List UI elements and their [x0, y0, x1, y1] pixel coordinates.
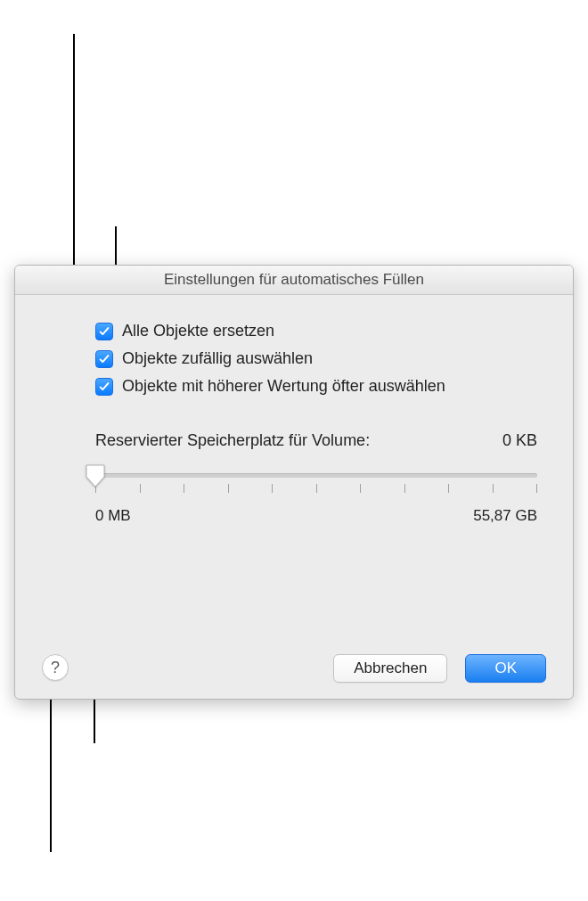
- ok-button[interactable]: OK: [465, 654, 546, 683]
- slider-track: [95, 473, 537, 478]
- reserved-space-value: 0 KB: [502, 431, 537, 450]
- checkbox-label: Objekte mit höherer Wertung öfter auswäh…: [122, 377, 445, 396]
- slider-ticks: [95, 484, 537, 493]
- checkbox-label: Objekte zufällig auswählen: [122, 349, 313, 368]
- checkbox-row-higher-rating[interactable]: Objekte mit höherer Wertung öfter auswäh…: [95, 377, 537, 396]
- slider-range-labels: 0 MB 55,87 GB: [95, 507, 537, 525]
- checkbox-icon: [95, 378, 113, 396]
- checkbox-icon: [95, 323, 113, 340]
- dialog-content: Alle Objekte ersetzen Objekte zufällig a…: [15, 295, 573, 543]
- checkbox-row-random-select[interactable]: Objekte zufällig auswählen: [95, 349, 537, 368]
- autofill-settings-dialog: Einstellungen für automatisches Füllen A…: [14, 265, 574, 700]
- slider-thumb[interactable]: [86, 464, 105, 487]
- slider-min-label: 0 MB: [95, 507, 131, 525]
- checkbox-label: Alle Objekte ersetzen: [122, 322, 274, 340]
- slider-max-label: 55,87 GB: [473, 507, 537, 525]
- help-icon: ?: [51, 659, 60, 677]
- cancel-button-label: Abbrechen: [354, 659, 427, 677]
- checkbox-icon: [95, 350, 113, 368]
- ok-button-label: OK: [494, 659, 517, 677]
- reserved-space-label: Reservierter Speicherplatz für Volume:: [95, 431, 370, 450]
- cancel-button[interactable]: Abbrechen: [333, 654, 447, 683]
- dialog-titlebar: Einstellungen für automatisches Füllen: [15, 266, 573, 295]
- reserved-space-row: Reservierter Speicherplatz für Volume: 0…: [95, 431, 537, 450]
- dialog-title: Einstellungen für automatisches Füllen: [164, 271, 424, 289]
- dialog-button-bar: Abbrechen OK: [333, 654, 546, 683]
- checkbox-row-replace-all[interactable]: Alle Objekte ersetzen: [95, 322, 537, 340]
- reserved-space-slider[interactable]: [95, 464, 537, 509]
- help-button[interactable]: ?: [42, 654, 69, 681]
